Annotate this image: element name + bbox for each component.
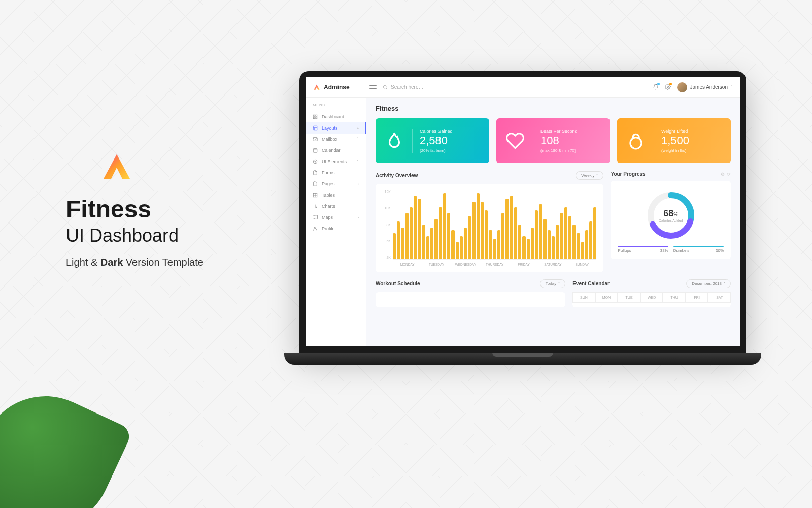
stat-sub: (max 180 & min 75) (540, 148, 578, 153)
stat-card-kettlebell[interactable]: Weight Lifted1,500(weight in lbs) (617, 118, 731, 163)
sidebar-item-profile[interactable]: Profile (306, 223, 366, 234)
nav-label: Mailbox (322, 137, 337, 142)
expand-icon: › (358, 182, 359, 186)
sidebar-item-maps[interactable]: Maps› (306, 212, 366, 223)
expand-icon: ˅ (357, 160, 359, 164)
stat-sub: (weight in lbs) (661, 148, 689, 153)
avatar (677, 82, 687, 92)
search-field[interactable]: Search here… (383, 84, 647, 90)
chart-bar (572, 225, 576, 259)
chart-bar (497, 230, 500, 259)
chart-bar (401, 228, 404, 259)
calendar-range-select[interactable]: December, 2018˅ (686, 279, 731, 288)
weekday-header: TUE (618, 292, 640, 303)
stat-value: 2,580 (420, 135, 453, 147)
chart-bar (405, 213, 409, 259)
sidebar-item-charts[interactable]: Charts (306, 201, 366, 212)
stat-cards-row: Calories Gained2,580(20% fat burn)Beats … (376, 118, 731, 163)
chart-bars (393, 190, 596, 260)
sidebar: MENU DashboardLayouts+Mailbox˅CalendarUI… (306, 98, 366, 346)
chart-bar (548, 230, 551, 259)
chart-bar (489, 230, 492, 259)
chart-bar (451, 230, 454, 259)
ui-icon (313, 159, 318, 164)
nav-label: Charts (322, 204, 335, 209)
chart-bar (477, 193, 480, 259)
chart-bar (568, 216, 571, 259)
brand-name: Adminse (324, 84, 350, 91)
progress-title: Your Progress (611, 171, 645, 177)
menu-toggle-icon[interactable] (369, 85, 377, 89)
expand-icon: + (357, 126, 359, 130)
progress-label: Calories Added (659, 219, 683, 223)
laptop-base (284, 353, 761, 365)
chevron-down-icon: ˅ (731, 85, 733, 89)
svg-rect-11 (313, 149, 317, 153)
stat-value: 108 (540, 135, 578, 147)
chevron-down-icon: ˅ (558, 282, 560, 285)
weekday-header: THU (663, 292, 686, 303)
sidebar-item-pages[interactable]: Pages› (306, 178, 366, 189)
page-title: Fitness (376, 105, 731, 112)
chart-bar (426, 236, 429, 259)
chart-bar (481, 202, 484, 259)
chart-bar (531, 228, 534, 259)
svg-rect-3 (313, 115, 315, 116)
user-menu[interactable]: James Anderson ˅ (677, 82, 733, 92)
sidebar-item-mailbox[interactable]: Mailbox˅ (306, 134, 366, 145)
search-placeholder: Search here… (391, 84, 423, 90)
stat-sub: (20% fat burn) (420, 148, 453, 153)
notifications-button[interactable] (653, 84, 659, 91)
nav-label: Layouts (322, 125, 338, 131)
sidebar-item-tables[interactable]: Tables (306, 189, 366, 201)
menu-section-label: MENU (306, 103, 366, 111)
activity-range-select[interactable]: Weekly˅ (576, 171, 603, 180)
chart-bar (581, 242, 584, 259)
kettlebell-icon (626, 131, 646, 150)
profile-icon (313, 226, 318, 231)
chart-bar (577, 233, 580, 259)
weekday-header: MON (595, 292, 618, 303)
chart-bar (397, 221, 400, 259)
progress-legend: Pullups38%Dumbels30% (618, 246, 724, 253)
chart-bar (589, 221, 592, 259)
promo-tagline: Light & Dark Version Template (66, 257, 249, 268)
laptop-mockup: Adminse Search here… James Anderson ˅ ME… (299, 71, 746, 365)
chart-bar (434, 219, 437, 259)
settings-dot (669, 83, 672, 85)
promo-block: Fitness UI Dashboard Light & Dark Versio… (66, 152, 249, 268)
chart-y-axis: 12K10K8K5K2K (383, 190, 393, 266)
settings-button[interactable] (665, 84, 671, 91)
map-icon (313, 215, 318, 220)
chevron-down-icon: ˅ (724, 282, 725, 285)
chart-bar (439, 207, 442, 259)
chart-bar (472, 202, 475, 259)
chart-bar (485, 210, 488, 259)
sidebar-item-forms[interactable]: Forms (306, 167, 366, 178)
nav-label: Dashboard (322, 114, 344, 119)
chart-bar (560, 213, 563, 259)
workout-panel (376, 292, 565, 307)
chart-bar (456, 242, 459, 259)
svg-point-2 (667, 86, 668, 87)
main-content: Fitness Calories Gained2,580(20% fat bur… (366, 98, 740, 346)
workout-range-select[interactable]: Today˅ (540, 279, 565, 288)
svg-marker-20 (313, 215, 317, 219)
legend-item: Dumbels30% (673, 246, 724, 253)
stat-value: 1,500 (661, 135, 689, 147)
sidebar-item-layouts[interactable]: Layouts+ (306, 122, 366, 134)
stat-card-flame[interactable]: Calories Gained2,580(20% fat burn) (376, 118, 489, 163)
chart-bar (464, 228, 467, 259)
sidebar-item-ui-elements[interactable]: UI Elements˅ (306, 156, 366, 167)
nav-label: Forms (322, 170, 335, 175)
stat-card-heart[interactable]: Beats Per Second108(max 180 & min 75) (496, 118, 610, 163)
brand-logo[interactable]: Adminse (313, 83, 363, 91)
progress-settings-icon[interactable]: ⚙ (721, 172, 725, 177)
chart-bar (543, 219, 546, 259)
search-icon (383, 85, 388, 90)
stat-label: Beats Per Second (540, 129, 578, 134)
sidebar-item-calendar[interactable]: Calendar (306, 145, 366, 156)
progress-refresh-icon[interactable]: ⟳ (727, 172, 731, 177)
layout-icon (313, 125, 318, 131)
sidebar-item-dashboard[interactable]: Dashboard (306, 111, 366, 122)
